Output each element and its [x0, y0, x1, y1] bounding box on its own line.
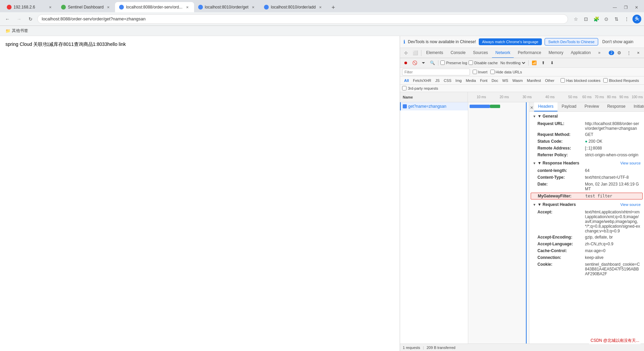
tab-sources[interactable]: Sources	[470, 48, 491, 58]
transferred-size: 209 B transferred	[427, 346, 455, 350]
sync-icon[interactable]: ⇅	[612, 15, 621, 23]
rt-img[interactable]: Img	[453, 78, 463, 83]
close-window-button[interactable]: ✕	[632, 3, 641, 12]
clear-button[interactable]: 🚫	[411, 59, 418, 67]
detail-tab-payload[interactable]: Payload	[557, 102, 580, 111]
tab-network[interactable]: Network	[492, 48, 514, 58]
new-tab-button[interactable]: +	[328, 3, 338, 12]
filter-input[interactable]	[402, 69, 470, 75]
filter-icon[interactable]: ⏷	[420, 59, 427, 67]
dont-show-again-link[interactable]: Don't show again	[602, 39, 633, 44]
always-match-language-button[interactable]: Always match Chrome's language	[479, 38, 542, 45]
switch-devtools-language-button[interactable]: Switch DevTools to Chinese	[545, 38, 598, 46]
tab-3-favicon	[119, 5, 124, 10]
address-right-controls: ☆ ⊡ 🧩 ⊙ ⇅ ⋮ 头	[571, 15, 641, 23]
minimize-button[interactable]: —	[610, 3, 620, 12]
devtools-settings-icon[interactable]: ⚙	[615, 49, 624, 57]
detail-tab-preview[interactable]: Preview	[581, 102, 603, 111]
tab-4-close[interactable]: ✕	[250, 4, 256, 10]
devtools-close-icon[interactable]: ✕	[634, 49, 643, 57]
inspect-element-tool[interactable]: ⊹	[401, 49, 410, 57]
export-icon[interactable]: ⬇	[548, 59, 556, 67]
record-button[interactable]: ⏺	[402, 59, 410, 67]
tab-console[interactable]: Console	[447, 48, 469, 58]
bookmark-folder-icon: 📁	[5, 29, 11, 33]
rt-manifest[interactable]: Manifest	[525, 78, 543, 83]
tab-1[interactable]: 192.168.2.6 ✕	[3, 2, 57, 12]
address-input[interactable]: localhost:8088/order-serv/order/get?name…	[37, 14, 568, 24]
devtools-menu-icon[interactable]: ⋮	[624, 49, 633, 57]
cast-icon[interactable]: ⊡	[582, 15, 590, 23]
more-tabs-button[interactable]: »	[595, 48, 604, 58]
content-length-value: 64	[585, 168, 641, 173]
rt-other[interactable]: Other	[543, 78, 556, 83]
rt-all[interactable]: All	[402, 78, 411, 83]
tab-5[interactable]: localhost:8010/order/add ✕	[260, 2, 327, 12]
request-headers-section-header[interactable]: ▼ Request Headers View source	[529, 200, 644, 209]
tab-4-favicon	[198, 5, 203, 10]
hide-data-urls-checkbox[interactable]: Hide data URLs	[490, 70, 522, 74]
tab-3-close[interactable]: ✕	[185, 4, 190, 10]
tab-3[interactable]: localhost:8088/order-serv/ord... ✕	[115, 2, 194, 12]
response-headers-section-header[interactable]: ▼ Response Headers View source	[529, 159, 644, 168]
rt-media[interactable]: Media	[464, 78, 478, 83]
tab-2-close[interactable]: ✕	[106, 4, 111, 10]
reload-button[interactable]: ↻	[26, 14, 35, 24]
rt-wasm[interactable]: Wasm	[510, 78, 525, 83]
third-party-input[interactable]	[402, 86, 406, 90]
search-button[interactable]: 🔍	[429, 59, 436, 67]
date-value: Mon, 02 Jan 2023 13:46:19 GMT	[585, 182, 641, 191]
devtools-tabs-toolbar: ⊹ ⬜ Elements Console Sources Network Per…	[400, 48, 644, 58]
network-request-row[interactable]: get?name=zhangsan	[400, 102, 468, 110]
preserve-log-checkbox[interactable]: Preserve log	[440, 60, 467, 65]
hide-data-urls-input[interactable]	[490, 70, 495, 74]
rt-fetch-xhr[interactable]: Fetch/XHR	[411, 78, 433, 83]
maximize-button[interactable]: ❐	[621, 3, 630, 12]
profile-icon[interactable]: ⊙	[602, 15, 611, 23]
detail-close-btn[interactable]: ✕	[530, 104, 533, 111]
detail-panel: ✕ Headers Payload Preview Response Initi…	[529, 102, 644, 344]
throttle-select[interactable]: No throttling	[499, 60, 526, 65]
third-party-checkbox[interactable]: 3rd-party requests	[402, 86, 438, 90]
rt-css[interactable]: CSS	[442, 78, 454, 83]
rt-font[interactable]: Font	[478, 78, 490, 83]
view-source-request-link[interactable]: View source	[620, 203, 641, 207]
back-button[interactable]: ←	[3, 14, 12, 24]
extensions-icon[interactable]: 🧩	[592, 15, 601, 23]
rt-doc[interactable]: Doc	[490, 78, 500, 83]
content-type-key: Content-Type:	[537, 175, 585, 180]
device-toolbar-tool[interactable]: ⬜	[411, 49, 420, 57]
import-icon[interactable]: ⬆	[539, 59, 547, 67]
preserve-log-input[interactable]	[440, 60, 445, 65]
tab-4[interactable]: localhost:8010/order/get ✕	[194, 2, 260, 12]
tab-2-favicon	[61, 5, 66, 10]
forward-button[interactable]: →	[14, 14, 24, 24]
general-section-header[interactable]: ▼ General	[529, 112, 644, 121]
detail-tab-response[interactable]: Response	[603, 102, 629, 111]
blocked-requests-input[interactable]	[603, 78, 608, 83]
view-source-response-link[interactable]: View source	[620, 161, 641, 165]
rt-js[interactable]: JS	[433, 78, 442, 83]
detail-tabs-bar: ✕ Headers Payload Preview Response Initi…	[529, 102, 644, 112]
tab-2[interactable]: Sentinel Dashboard ✕	[57, 2, 115, 12]
detail-tab-initiator[interactable]: Initiator	[629, 102, 644, 111]
avatar[interactable]: 头	[632, 15, 641, 23]
tab-elements[interactable]: Elements	[423, 48, 447, 58]
has-blocked-cookies-checkbox[interactable]: Has blocked cookies	[561, 78, 601, 83]
rt-ws[interactable]: WS	[500, 78, 510, 83]
tab-1-close[interactable]: ✕	[48, 4, 53, 10]
bookmark-other-item[interactable]: 📁 其他书签	[3, 27, 31, 35]
invert-input[interactable]	[473, 70, 477, 74]
menu-icon[interactable]: ⋮	[622, 15, 631, 23]
tab-application[interactable]: Application	[567, 48, 594, 58]
disable-cache-checkbox[interactable]: Disable cache	[469, 60, 498, 65]
tab-5-close[interactable]: ✕	[318, 4, 323, 10]
invert-checkbox[interactable]: Invert	[473, 70, 488, 74]
bookmark-icon[interactable]: ☆	[571, 15, 580, 23]
blocked-requests-checkbox[interactable]: Blocked Requests	[603, 78, 639, 83]
tab-performance[interactable]: Performance	[514, 48, 545, 58]
disable-cache-input[interactable]	[469, 60, 473, 65]
has-blocked-cookies-input[interactable]	[561, 78, 565, 83]
detail-tab-headers[interactable]: Headers	[534, 102, 557, 111]
tab-memory[interactable]: Memory	[545, 48, 567, 58]
